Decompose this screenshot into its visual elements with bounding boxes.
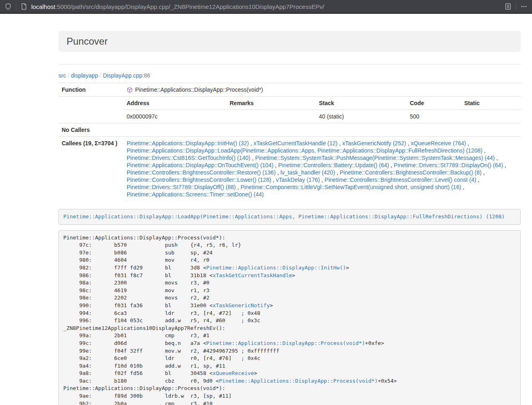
breadcrumb-link-src[interactable]: src	[58, 72, 66, 79]
callee-link[interactable]: xQueueReceive (764)	[411, 140, 466, 146]
callee-link[interactable]: Pinetime::Controllers::Battery::Update()…	[278, 162, 389, 168]
callee-link[interactable]: Pinetime::Controllers::BrightnessControl…	[127, 177, 271, 183]
breadcrumb-separator: /	[66, 72, 71, 79]
column-header-code: Code	[407, 97, 461, 110]
stats-table: Address Remarks Stack Code Static 0x0000…	[123, 97, 521, 123]
column-header-address: Address	[123, 97, 226, 110]
callee-link[interactable]: xTaskGetCurrentTaskHandle (12)	[254, 140, 338, 146]
callee-link[interactable]: vTaskDelay (176)	[276, 177, 320, 183]
url-path: :5000/path/src/displayapp/DisplayApp.cpp…	[55, 3, 324, 10]
asm-symbol-link[interactable]: Pinetime::Applications::DisplayApp::Proc…	[219, 378, 378, 384]
callee-link[interactable]: Pinetime::Drivers::Cst816S::GetTouchInfo…	[127, 155, 250, 161]
page-container: Puncover src/displayapp/DisplayApp.cpp:8…	[58, 31, 521, 405]
shield-icon[interactable]	[4, 2, 12, 11]
breadcrumb-separator: /	[98, 72, 103, 79]
page-title: Puncover	[67, 36, 513, 47]
breadcrumb-line-number: :86	[142, 72, 150, 79]
callee-link[interactable]: Pinetime::Applications::Screens::Timer::…	[127, 191, 264, 198]
stats-row: 0x0000097c 40 (static) 500	[123, 110, 521, 123]
table-row: Function Pinetime::Applications::Display…	[58, 83, 521, 97]
remarks-value	[226, 110, 316, 123]
highlighted-symbol-link[interactable]: Pinetime::Applications::DisplayApp::Load…	[63, 213, 505, 220]
callee-link[interactable]: Pinetime::Applications::DisplayApp::Load…	[127, 147, 482, 154]
symbol-table: Function Pinetime::Applications::Display…	[58, 83, 521, 201]
asm-symbol-link[interactable]: xTaskGetCurrentTaskHandle	[213, 272, 292, 278]
column-header-stack: Stack	[316, 97, 407, 110]
callees-row-label: Callees (19, Σ=3704 )	[58, 137, 123, 201]
callee-link[interactable]: Pinetime::Components::LittleVgl::SetNewT…	[241, 184, 461, 190]
breadcrumb: src/displayapp/DisplayApp.cpp:86	[58, 72, 521, 79]
divider	[58, 64, 521, 65]
static-value	[461, 110, 521, 123]
table-row: Address Remarks Stack Code Static 0x0000…	[58, 97, 521, 123]
asm-symbol-link[interactable]: Pinetime::Applications::DisplayApp::Init…	[206, 265, 346, 271]
breadcrumb-link-displayapp[interactable]: displayapp	[71, 72, 98, 79]
browser-toolbar: localhost:5000/path/src/displayapp/Displ…	[0, 0, 532, 14]
function-name: Pinetime::Applications::DisplayApp::Proc…	[135, 86, 263, 93]
callee-link[interactable]: xTaskGenericNotify (252)	[342, 140, 406, 146]
callees-list: Pinetime::Applications::DisplayApp::Init…	[123, 137, 521, 201]
table-row: Callees (19, Σ=3704 ) Pinetime::Applicat…	[58, 137, 521, 201]
asm-symbol-link[interactable]: Pinetime::Applications::DisplayApp::Proc…	[206, 340, 365, 346]
stack-value: 40 (static)	[316, 110, 407, 123]
callee-link[interactable]: Pinetime::Drivers::St7789::DisplayOff() …	[127, 184, 236, 190]
menu-dots-icon[interactable]	[520, 2, 528, 11]
toolbar-divider	[16, 2, 16, 11]
url-bar[interactable]: localhost:5000/path/src/displayapp/Displ…	[31, 3, 504, 10]
reader-mode-icon[interactable]	[504, 2, 512, 11]
callee-link[interactable]: Pinetime::Controllers::BrightnessControl…	[340, 169, 481, 176]
symbol-cube-icon	[127, 87, 133, 93]
page-icon[interactable]	[20, 2, 28, 11]
callee-link[interactable]: lv_task_handler (420)	[280, 169, 335, 176]
callee-link[interactable]: Pinetime::Controllers::BrightnessControl…	[325, 177, 476, 183]
code-value: 500	[407, 110, 461, 123]
column-header-static: Static	[461, 97, 521, 110]
address-value: 0x0000097c	[123, 110, 226, 123]
callee-link[interactable]: Pinetime::Applications::DisplayApp::Init…	[127, 140, 249, 146]
asm-symbol-link[interactable]: xTaskGenericNotify	[213, 302, 270, 308]
app-header: Puncover	[58, 31, 521, 52]
function-row-label: Function	[58, 83, 123, 97]
breadcrumb-link-file[interactable]: DisplayApp.cpp	[103, 72, 142, 79]
assembly-code: Pinetime::Applications::DisplayApp::Proc…	[58, 230, 521, 405]
asm-symbol-link[interactable]: xQueueReceive	[213, 370, 254, 376]
highlighted-symbol-panel: Pinetime::Applications::DisplayApp::Load…	[58, 209, 521, 225]
callee-link[interactable]: Pinetime::System::SystemTask::PushMessag…	[255, 155, 495, 161]
callee-link[interactable]: Pinetime::Controllers::BrightnessControl…	[127, 169, 276, 176]
callee-link[interactable]: Pinetime::Drivers::St7789::DisplayOn() (…	[394, 162, 503, 168]
toolbar-divider	[516, 2, 516, 11]
callers-row-label: No Callers	[58, 123, 123, 137]
url-host: localhost	[31, 3, 55, 10]
table-row: No Callers	[58, 123, 521, 137]
callee-link[interactable]: Pinetime::Applications::DisplayApp::OnTo…	[127, 162, 274, 168]
column-header-remarks: Remarks	[226, 97, 316, 110]
